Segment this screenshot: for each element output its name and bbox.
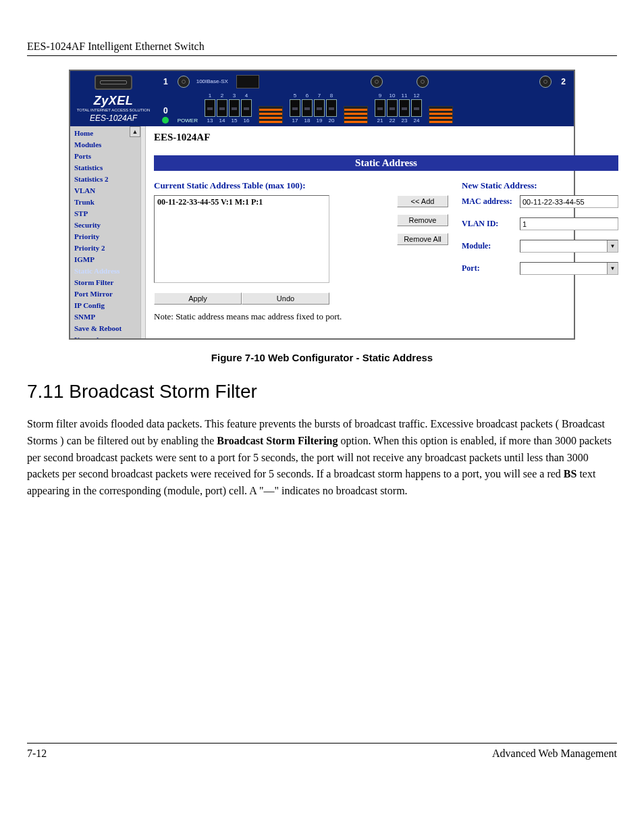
sidebar-item-vlan[interactable]: VLAN (74, 185, 140, 197)
page-header: EES-1024AF Intelligent Ethernet Switch (27, 41, 617, 53)
brand-area: ZyXEL TOTAL INTERNET ACCESS SOLUTION EES… (76, 75, 151, 123)
mac-input[interactable] (520, 195, 618, 208)
fan-icon (371, 76, 383, 88)
main-panel: EES-1024AF Static Address Current Static… (146, 126, 626, 338)
note-text: Note: Static address means mac address f… (154, 311, 383, 322)
nav-sidebar: ▲ Home Modules Ports Statistics Statisti… (70, 126, 140, 338)
header-rule (27, 55, 617, 56)
device-front-panel: ZyXEL TOTAL INTERNET ACCESS SOLUTION EES… (70, 71, 574, 126)
sidebar-item-priority[interactable]: Priority (74, 231, 140, 242)
chevron-down-icon: ▼ (607, 263, 618, 274)
power-led-icon (162, 117, 169, 124)
chevron-down-icon: ▼ (607, 240, 618, 252)
module-select[interactable]: ▼ (520, 240, 618, 253)
sidebar-item-upgrade[interactable]: Upgrade (74, 334, 140, 338)
module-label: Module: (462, 241, 520, 251)
page-footer: 7-12 Advanced Web Management (27, 743, 617, 760)
brand-logo: ZyXEL (76, 94, 151, 108)
sidebar-item-snmp[interactable]: SNMP (74, 311, 140, 323)
led-block-icon (429, 106, 453, 124)
uplink-num: 0 (161, 106, 171, 115)
sidebar-item-save-reboot[interactable]: Save & Reboot (74, 323, 140, 334)
current-table-label: Current Static Address Table (max 100): (154, 180, 383, 191)
sidebar-item-statistics[interactable]: Statistics (74, 162, 140, 174)
ports-panel: 1 100IBase-SX 2 0 POWER (161, 75, 568, 124)
sidebar-item-storm-filter[interactable]: Storm Filter (74, 277, 140, 288)
undo-button[interactable]: Undo (242, 292, 329, 305)
sidebar-item-priority-2[interactable]: Priority 2 (74, 242, 140, 254)
sidebar-item-trunk[interactable]: Trunk (74, 197, 140, 208)
port-label: Port: (462, 263, 520, 273)
add-button[interactable]: << Add (397, 195, 448, 207)
console-port-icon (95, 75, 132, 90)
page-title: EES-1024AF (154, 132, 618, 143)
footer-section-title: Advanced Web Management (492, 748, 617, 760)
sidebar-item-ip-config[interactable]: IP Config (74, 300, 140, 311)
sidebar-item-security[interactable]: Security (74, 219, 140, 231)
port-select[interactable]: ▼ (520, 262, 618, 275)
sidebar-item-statistics-2[interactable]: Statistics 2 (74, 174, 140, 185)
brand-model: EES-1024AF (76, 113, 151, 123)
new-address-label: New Static Address: (462, 180, 618, 191)
body-paragraph: Storm filter avoids flooded data packets… (27, 416, 617, 500)
sidebar-item-static-address[interactable]: Static Address (74, 265, 140, 277)
fan-icon (417, 76, 429, 88)
sidebar-item-ports[interactable]: Ports (74, 151, 140, 162)
list-item[interactable]: 00-11-22-33-44-55 V:1 M:1 P:1 (157, 197, 326, 207)
sidebar-item-port-mirror[interactable]: Port Mirror (74, 288, 140, 300)
mac-label: MAC address: (462, 197, 520, 207)
sidebar-item-igmp[interactable]: IGMP (74, 254, 140, 265)
module-ports-icon (236, 75, 259, 88)
web-configurator-screenshot: ZyXEL TOTAL INTERNET ACCESS SOLUTION EES… (69, 70, 575, 340)
remove-button[interactable]: Remove (397, 214, 448, 226)
section-heading: 7.11 Broadcast Storm Filter (27, 381, 617, 402)
power-label: POWER (178, 118, 198, 124)
section-title-bar: Static Address (154, 155, 618, 171)
led-block-icon (344, 106, 368, 124)
sidebar-item-stp[interactable]: STP (74, 208, 140, 219)
vlan-id-label: VLAN ID: (462, 219, 520, 229)
remove-all-button[interactable]: Remove All (397, 233, 448, 245)
static-address-listbox[interactable]: 00-11-22-33-44-55 V:1 M:1 P:1 (154, 195, 329, 283)
module-num-right: 2 (558, 77, 568, 86)
scroll-up-button[interactable]: ▲ (130, 126, 140, 137)
fan-icon (178, 76, 190, 88)
led-block-icon (259, 106, 283, 124)
vlan-id-input[interactable] (520, 217, 618, 230)
sidebar-item-modules[interactable]: Modules (74, 139, 140, 151)
module-label-1: 100IBase-SX (196, 79, 228, 85)
fan-icon (539, 76, 552, 88)
figure-caption: Figure 7-10 Web Configurator - Static Ad… (27, 352, 617, 363)
brand-tagline: TOTAL INTERNET ACCESS SOLUTION (76, 108, 151, 112)
apply-button[interactable]: Apply (154, 292, 242, 305)
sidebar-divider (140, 126, 146, 338)
module-num-left: 1 (161, 77, 171, 86)
footer-page-number: 7-12 (27, 748, 47, 760)
